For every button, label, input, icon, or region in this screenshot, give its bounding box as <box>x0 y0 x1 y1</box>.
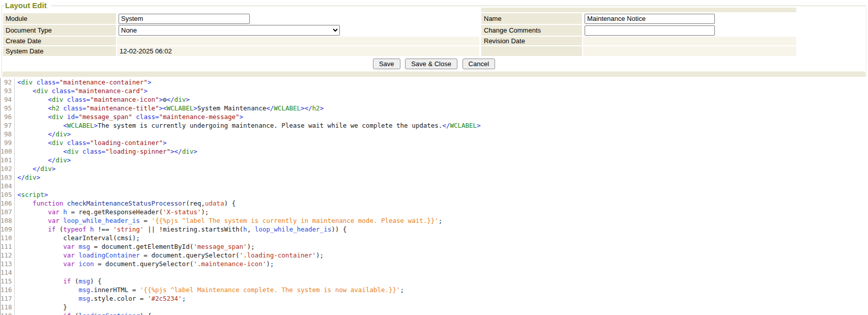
code-line: 94 <div class="maintenance-icon">⚙</div> <box>1 95 868 104</box>
code-text: <WCLABEL>The system is currently undergo… <box>15 121 481 130</box>
line-number: 93 <box>1 87 15 95</box>
form-left-table: Module Document Type None Create Date Sy… <box>2 7 480 57</box>
code-line: 109 if (typeof h !== 'string' || !miestr… <box>1 225 868 234</box>
document-type-label: Document Type <box>3 25 116 36</box>
line-number: 113 <box>1 260 15 268</box>
form-right-table: Name Change Comments Revision Date <box>480 7 797 57</box>
line-number: 111 <box>1 242 15 251</box>
code-editor[interactable]: 92<div class="maintenance-container">93 … <box>0 78 868 315</box>
button-row: Save Save & Close Cancel <box>2 57 866 70</box>
code-line: 96 <div id="message_span" class="mainten… <box>1 112 868 121</box>
code-line: 98 </div> <box>1 130 868 138</box>
layout-edit-panel: Layout Edit Module Document Type None Cr… <box>2 6 866 77</box>
line-number: 110 <box>1 234 15 242</box>
line-number: 109 <box>1 225 15 234</box>
form-footer-strip <box>3 71 865 77</box>
name-label: Name <box>481 13 582 24</box>
document-type-select[interactable]: None <box>119 25 340 36</box>
line-number: 100 <box>1 147 15 156</box>
line-number: 104 <box>1 182 15 190</box>
code-text: function checkMaintenanceStatusProcessor… <box>15 199 236 208</box>
code-line: 92<div class="maintenance-container"> <box>1 78 868 87</box>
code-line: 108 var loop_while_header_is = '{{%pjs ^… <box>1 216 868 225</box>
line-number: 101 <box>1 156 15 164</box>
line-number: 95 <box>1 104 15 112</box>
code-line: 93 <div class="maintenance-card"> <box>1 87 868 95</box>
code-line: 110 clearInterval(cmsi); <box>1 234 868 242</box>
code-text: var loadingContainer = document.querySel… <box>15 251 324 260</box>
code-text: <div class="loading-spinner"></div> <box>15 147 197 156</box>
module-input[interactable] <box>119 14 250 24</box>
page-title: Layout Edit <box>4 1 51 11</box>
code-text: if (typeof h !== 'string' || !miestring.… <box>15 225 346 234</box>
code-line: 113 var icon = document.querySelector('.… <box>1 260 868 268</box>
line-number: 107 <box>1 208 15 216</box>
code-line: 106 function checkMaintenanceStatusProce… <box>1 199 868 208</box>
cancel-button[interactable]: Cancel <box>462 59 495 69</box>
line-number: 112 <box>1 251 15 260</box>
line-number: 118 <box>1 303 15 311</box>
code-text: </div> <box>15 156 71 164</box>
spacer-strip <box>481 8 796 12</box>
code-text: } <box>15 303 67 311</box>
create-date-label: Create Date <box>3 37 116 45</box>
line-number: 99 <box>1 138 15 147</box>
line-number: 114 <box>1 268 15 277</box>
line-number: 102 <box>1 164 15 173</box>
code-line: 117 msg.style.color = '#2c5234'; <box>1 294 868 303</box>
line-number: 119 <box>1 311 15 315</box>
code-text: <div class="maintenance-container"> <box>15 78 151 87</box>
code-line: 112 var loadingContainer = document.quer… <box>1 251 868 260</box>
revision-date-label: Revision Date <box>481 37 582 45</box>
line-number: 98 <box>1 130 15 138</box>
code-text: <div class="maintenance-card"> <box>15 87 148 95</box>
code-text: <script> <box>15 190 48 199</box>
code-text <box>15 268 17 277</box>
code-line: 118 } <box>1 303 868 311</box>
code-text: var msg = document.getElementById('messa… <box>15 242 255 251</box>
line-number: 92 <box>1 78 15 87</box>
code-line: 107 var h = req.getResponseHeader('X-sta… <box>1 208 868 216</box>
spacer-cell <box>117 8 479 12</box>
save-close-button[interactable]: Save & Close <box>405 59 457 69</box>
revision-date-value <box>583 37 796 45</box>
code-line: 114 <box>1 268 868 277</box>
name-input[interactable] <box>585 14 715 24</box>
code-line: 105<script> <box>1 190 868 199</box>
code-line: 111 var msg = document.getElementById('m… <box>1 242 868 251</box>
code-text: msg.style.color = '#2c5234'; <box>15 294 186 303</box>
change-comments-label: Change Comments <box>481 25 582 36</box>
code-line: 102 </div> <box>1 164 868 173</box>
code-line: 97 <WCLABEL>The system is currently unde… <box>1 121 868 130</box>
line-number: 97 <box>1 121 15 130</box>
code-text: var h = req.getResponseHeader('X-status'… <box>15 208 209 216</box>
line-number: 105 <box>1 190 15 199</box>
code-line: 95 <h2 class="maintenance-title"><WCLABE… <box>1 104 868 112</box>
code-line: 103</div> <box>1 173 868 182</box>
line-number: 96 <box>1 112 15 121</box>
code-line: 115 if (msg) { <box>1 277 868 285</box>
code-text: var icon = document.querySelector('.main… <box>15 260 274 268</box>
system-date-value: 12-02-2025 06:02 <box>117 46 479 56</box>
create-date-value <box>117 37 479 45</box>
code-line: 100 <div class="loading-spinner"></div> <box>1 147 868 156</box>
line-number: 106 <box>1 199 15 208</box>
code-text: </div> <box>15 130 71 138</box>
form-area: Module Document Type None Create Date Sy… <box>2 6 866 57</box>
save-button[interactable]: Save <box>373 59 400 69</box>
line-number: 115 <box>1 277 15 285</box>
code-text: clearInterval(cmsi); <box>15 234 140 242</box>
code-text <box>15 182 17 190</box>
code-text: <h2 class="maintenance-title"><WCLABEL>S… <box>15 104 324 112</box>
line-number: 116 <box>1 285 15 294</box>
code-line: 119 if (loadingContainer) { <box>1 311 868 315</box>
line-number: 94 <box>1 95 15 104</box>
code-line: 104 <box>1 182 868 190</box>
change-comments-input[interactable] <box>585 25 715 36</box>
line-number: 103 <box>1 173 15 182</box>
code-text: </div> <box>15 173 40 182</box>
system-date-label: System Date <box>3 46 116 56</box>
code-text: if (loadingContainer) { <box>15 311 151 315</box>
line-number: 108 <box>1 216 15 225</box>
code-text: var loop_while_header_is = '{{%pjs ^labe… <box>15 216 442 225</box>
